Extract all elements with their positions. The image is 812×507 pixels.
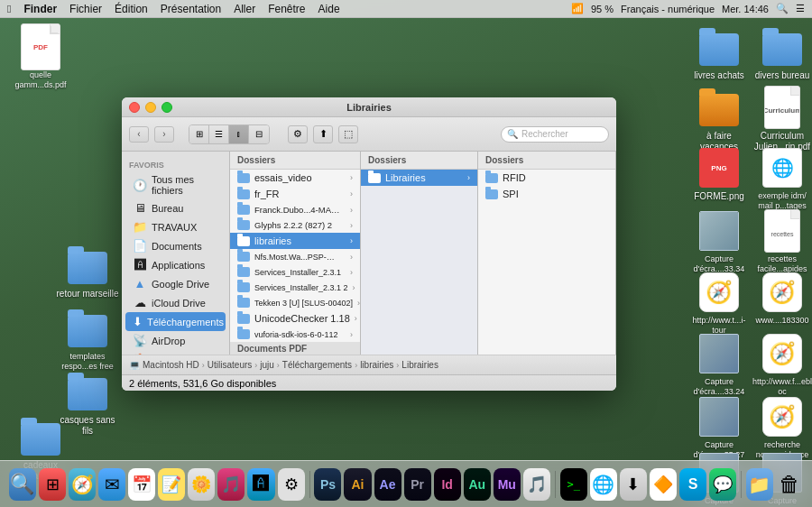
col-item-spi[interactable]: SPI: [478, 186, 615, 202]
dock-muse[interactable]: Mu: [494, 468, 521, 501]
dock-audition[interactable]: Au: [464, 468, 491, 501]
dock-vlc[interactable]: 🔶: [650, 468, 677, 501]
col-item-glyphs[interactable]: Glyphs 2.2.2 (827) 2 ›: [230, 217, 360, 233]
dock-aftereffects[interactable]: Ae: [374, 468, 401, 501]
dock-mail[interactable]: ✉: [98, 468, 125, 501]
minimize-button[interactable]: [145, 102, 156, 113]
dock-finder[interactable]: 🔍: [9, 468, 36, 501]
desktop-icon-http-tour[interactable]: 🧭 http://www.t...i-tour: [687, 271, 751, 336]
col-item-fr-fr[interactable]: fr_FR ›: [230, 186, 360, 202]
search-box[interactable]: 🔍 Rechercher: [501, 126, 609, 143]
col-item-tekken[interactable]: Tekken 3 [U] [SLUS-00402] ›: [230, 295, 360, 310]
sidebar-item-telechargements[interactable]: ⬇ Téléchargements: [125, 312, 226, 331]
sidebar-item-icloud-drive[interactable]: ☁ iCloud Drive: [125, 293, 226, 312]
back-button[interactable]: ‹: [129, 126, 149, 143]
dock-calendar[interactable]: 📅: [128, 468, 155, 501]
dock-photos[interactable]: 🌼: [188, 468, 215, 501]
tag-button[interactable]: ⬚: [338, 125, 358, 143]
desktop-icon-capture-3527[interactable]: Capture d'écra....35.27: [687, 395, 751, 460]
sidebar-item-bureau[interactable]: 🖥 Bureau: [125, 198, 226, 217]
dock-chrome[interactable]: 🌐: [590, 468, 617, 501]
sidebar-item-applications[interactable]: 🅰 Applications: [125, 255, 226, 274]
dock-itunes[interactable]: 🎵: [523, 468, 550, 501]
icon-label: livres achats: [694, 70, 744, 81]
col-item-rfid[interactable]: RFID: [478, 170, 615, 186]
sidebar-item-tous-mes-fichiers[interactable]: 🕐 Tous mes fichiers: [125, 171, 226, 198]
breadcrumb-librairies-lower[interactable]: librairies: [360, 360, 393, 370]
col2-header: Dossiers: [361, 152, 477, 170]
desktop-icon-http-febloc[interactable]: 🧭 http://www.f...ebloc: [751, 332, 812, 397]
dock-skype[interactable]: S: [679, 468, 706, 501]
menu-edition[interactable]: Édition: [115, 3, 148, 15]
coverflow-view-button[interactable]: ⊟: [249, 125, 269, 143]
icon-view-button[interactable]: ⊞: [189, 125, 209, 143]
sidebar-item-documents[interactable]: 📄 Documents: [125, 236, 226, 255]
desktop-icon-www-183300[interactable]: 🧭 www....183300: [751, 271, 812, 326]
notification-center-icon[interactable]: ☰: [796, 3, 805, 14]
apple-menu[interactable]: : [7, 3, 11, 15]
desktop-icon-capture-3334[interactable]: Capture d'écra....33.34: [687, 209, 751, 274]
col-item-franck[interactable]: Franck.Dubo...4-MAGiCAL ›: [230, 202, 360, 217]
dock-transmission[interactable]: ⬇: [620, 468, 647, 501]
menu-fichier[interactable]: Fichier: [69, 3, 102, 15]
dock-notes[interactable]: 📝: [158, 468, 185, 501]
maximize-button[interactable]: [161, 102, 172, 113]
desktop-icon-livres-achats[interactable]: livres achats: [687, 25, 751, 81]
close-button[interactable]: [129, 102, 140, 113]
search-icon[interactable]: 🔍: [776, 3, 789, 14]
sidebar-item-travaux[interactable]: 📁 TRAVAUX: [125, 217, 226, 236]
desktop-icon-exemple-idm[interactable]: 🌐 exemple idm/mail p...tages: [751, 146, 812, 211]
menu-presentation[interactable]: Présentation: [161, 3, 221, 15]
applications-icon: 🅰: [133, 258, 147, 272]
dock-terminal[interactable]: >_: [560, 468, 587, 501]
desktop-icon-curriculum[interactable]: Curriculum Curriculum Julien...rin.pdf: [751, 86, 812, 152]
dock-trash[interactable]: 🗑: [776, 468, 803, 501]
dock-systemprefs[interactable]: ⚙: [278, 468, 305, 501]
col-item-services1[interactable]: Services_Installer_2.3.1 ›: [230, 264, 360, 280]
desktop-icon-retour-marseille[interactable]: retour marseille: [56, 244, 119, 300]
menu-fenetre[interactable]: Fenêtre: [268, 3, 305, 15]
dock-photoshop[interactable]: Ps: [314, 468, 341, 501]
list-view-button[interactable]: ☰: [209, 125, 229, 143]
column-view-button[interactable]: ⫾: [229, 125, 249, 143]
desktop-icon-quelle-gamm[interactable]: PDF quellegamm...ds.pdf: [9, 25, 72, 90]
menu-finder[interactable]: Finder: [23, 3, 57, 15]
desktop-icon-divers-bureau[interactable]: divers bureau: [751, 25, 812, 81]
menu-aller[interactable]: Aller: [234, 3, 255, 15]
dock-illustrator[interactable]: Ai: [344, 468, 371, 501]
col-item-unicode[interactable]: UnicodeChecker 1.18 ›: [230, 310, 360, 327]
menu-aide[interactable]: Aide: [318, 3, 340, 15]
breadcrumb-juju[interactable]: juju: [260, 360, 274, 370]
breadcrumb-librairies-upper[interactable]: Librairies: [401, 360, 438, 370]
dock-safari[interactable]: 🧭: [69, 468, 96, 501]
breadcrumb-utilisateurs[interactable]: Utilisateurs: [208, 360, 252, 370]
col-item-librairies[interactable]: librairies ›: [230, 233, 360, 249]
sidebar-item-airdrop[interactable]: 📡 AirDrop: [125, 331, 226, 350]
action-button[interactable]: ⚙: [288, 125, 308, 143]
dock-indesign[interactable]: Id: [434, 468, 461, 501]
desktop-icon-capture-3324[interactable]: Capture d'écra....33.24: [687, 332, 751, 397]
desktop-icon-forme-png[interactable]: PNG FORME.png: [687, 146, 751, 202]
breadcrumb-macintosh[interactable]: Macintosh HD: [143, 360, 199, 370]
col-item-librairies-folder[interactable]: Librairies ›: [361, 170, 477, 186]
share-button[interactable]: ⬆: [313, 125, 333, 143]
desktop-icon-recettes[interactable]: recettes recettes facile...apides: [751, 209, 812, 274]
dock-music[interactable]: 🎵: [217, 468, 245, 501]
dock-launchpad[interactable]: ⊞: [39, 468, 66, 501]
desktop-icon-a-faire-vacances[interactable]: à faire vacances: [687, 86, 751, 152]
forward-button[interactable]: ›: [154, 126, 174, 143]
breadcrumb-telechargements[interactable]: Téléchargements: [282, 360, 352, 370]
dock-premiere[interactable]: Pr: [404, 468, 431, 501]
col-item-vuforia[interactable]: vuforia-sdk-ios-6-0-112 ›: [230, 327, 360, 342]
column-pane-2: Dossiers Librairies ›: [361, 152, 478, 355]
col-item-nfs[interactable]: Nfs.Most.Wa...PSP-WAR3X ›: [230, 249, 360, 264]
dock-whatsapp[interactable]: 💬: [709, 468, 736, 501]
dock-appstore[interactable]: 🅰: [247, 468, 274, 501]
col-item-essais-video[interactable]: essais_video ›: [230, 170, 360, 186]
sidebar-item-google-drive[interactable]: ▲ Google Drive: [125, 274, 226, 293]
desktop-icon-recherche-nouve[interactable]: 🧭 recherche nouve...idence: [751, 395, 812, 460]
sidebar-label: Tous mes fichiers: [152, 174, 218, 196]
desktop-icon-templates-respo[interactable]: templates respo...es free: [56, 307, 119, 372]
col-item-services2[interactable]: Services_Installer_2.3.1 2 ›: [230, 280, 360, 295]
dock-downloads-stack[interactable]: 📁: [746, 468, 773, 501]
